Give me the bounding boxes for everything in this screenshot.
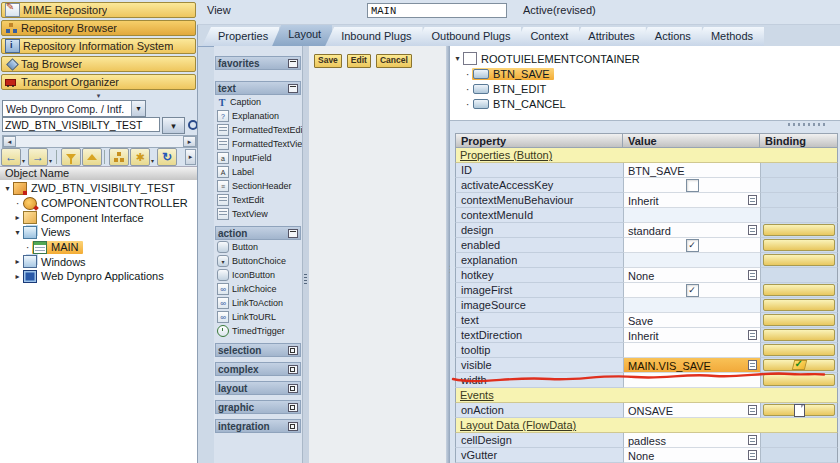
palette-item-explanation[interactable]: Explanation: [214, 109, 302, 123]
nav-button-tag-browser[interactable]: Tag Browser: [1, 56, 196, 72]
palette-section-header-text[interactable]: text: [215, 81, 301, 95]
value-list-icon[interactable]: [748, 405, 757, 415]
object-tree-row[interactable]: Views: [0, 225, 197, 240]
tab-outbound-plugs[interactable]: Outbound Plugs: [416, 27, 522, 46]
preview-save-button[interactable]: Save: [314, 54, 342, 68]
checkbox-checked[interactable]: [686, 239, 699, 252]
checkbox-unchecked[interactable]: [686, 179, 699, 192]
forward-button[interactable]: [28, 148, 48, 166]
palette-section-header-complex[interactable]: complex: [215, 362, 301, 376]
binding-button[interactable]: [763, 284, 835, 296]
palette-item-caption[interactable]: Caption: [214, 95, 302, 109]
property-value[interactable]: [623, 238, 760, 253]
value-list-icon[interactable]: [748, 195, 757, 205]
property-value[interactable]: BTN_SAVE: [623, 163, 760, 178]
palette-section-header-favorites[interactable]: favorites: [215, 56, 301, 70]
property-value[interactable]: [623, 208, 760, 223]
binding-button[interactable]: [763, 344, 835, 356]
binding-button[interactable]: [763, 374, 835, 386]
checkbox-checked[interactable]: [686, 284, 699, 297]
binding-button[interactable]: [763, 254, 835, 266]
binding-button[interactable]: [763, 359, 835, 371]
scroll-right-icon[interactable]: [183, 136, 196, 147]
scroll-left-icon[interactable]: [3, 136, 16, 147]
chevron-down-icon[interactable]: ▾: [49, 157, 54, 164]
tab-context[interactable]: Context: [514, 27, 579, 46]
preview-edit-button[interactable]: Edit: [347, 54, 371, 68]
chevron-down-icon[interactable]: ▾: [151, 157, 156, 164]
binding-button[interactable]: [763, 224, 835, 236]
star-button[interactable]: [130, 148, 150, 166]
filter-down-button[interactable]: [61, 148, 81, 166]
value-list-icon[interactable]: [748, 450, 757, 460]
property-value[interactable]: MAIN.VIS_SAVE: [623, 358, 760, 373]
tab-layout[interactable]: Layout: [272, 25, 332, 46]
property-value[interactable]: padless: [623, 433, 760, 448]
object-tree-row[interactable]: Component Interface: [0, 210, 197, 225]
nav-button-mime[interactable]: MIME Repository: [1, 2, 196, 18]
palette-item-timedtrigger[interactable]: TimedTrigger: [214, 324, 302, 338]
value-list-icon[interactable]: [748, 435, 757, 445]
property-value[interactable]: Inherit: [623, 328, 760, 343]
value-list-icon[interactable]: [748, 360, 757, 370]
node[interactable]: ZWD_BTN_VISIBILTY_TEST: [12, 182, 179, 195]
nav-button-repository-infosystem[interactable]: Repository Information System: [1, 38, 196, 54]
object-name-input[interactable]: [2, 117, 160, 132]
selected-node[interactable]: BTN_SAVE: [472, 68, 554, 80]
tab-properties[interactable]: Properties: [202, 27, 279, 46]
binding-button[interactable]: [763, 239, 835, 251]
node[interactable]: BTN_CANCEL: [472, 98, 570, 110]
property-value[interactable]: None: [623, 268, 760, 283]
property-value[interactable]: [623, 178, 760, 193]
binding-button[interactable]: [763, 404, 835, 416]
sidebar-collapse-handle[interactable]: ▾: [0, 92, 197, 100]
property-value[interactable]: [623, 373, 760, 388]
restore-icon[interactable]: [288, 422, 298, 431]
nav-button-transport-organizer[interactable]: Transport Organizer: [1, 74, 196, 90]
property-value[interactable]: None: [623, 448, 760, 463]
hierarchy-button[interactable]: [109, 148, 129, 166]
ui-element-tree-row[interactable]: ROOTUIELEMENTCONTAINER: [450, 51, 840, 66]
nav-button-repository-browser[interactable]: Repository Browser: [1, 20, 196, 36]
filter-up-button[interactable]: [82, 148, 102, 166]
chevron-down-icon[interactable]: [131, 101, 145, 116]
palette-scrollbar[interactable]: [302, 46, 309, 463]
node[interactable]: COMPONENTCONTROLLER: [22, 197, 192, 210]
restore-icon[interactable]: [288, 403, 298, 412]
workbench-selector[interactable]: Web Dynpro Comp. / Intf.: [2, 100, 146, 117]
restore-icon[interactable]: [288, 384, 298, 393]
property-value[interactable]: Save: [623, 313, 760, 328]
sidebar-horizontal-scrollbar[interactable]: [2, 135, 197, 148]
object-tree-row[interactable]: Windows: [0, 254, 197, 269]
binding-button[interactable]: [763, 299, 835, 311]
ui-element-tree-row[interactable]: BTN_EDIT: [450, 81, 840, 96]
resize-grip[interactable]: [788, 123, 828, 126]
node[interactable]: BTN_EDIT: [472, 83, 550, 95]
collapse-icon[interactable]: [453, 54, 462, 63]
restore-icon[interactable]: [288, 365, 298, 374]
minimize-icon[interactable]: [288, 59, 298, 68]
palette-item-label[interactable]: Label: [214, 165, 302, 179]
node[interactable]: Web Dynpro Applications: [22, 270, 168, 283]
ui-element-tree-row[interactable]: BTN_SAVE: [450, 66, 840, 81]
tab-inbound-plugs[interactable]: Inbound Plugs: [325, 27, 422, 46]
tab-attributes[interactable]: Attributes: [572, 27, 645, 46]
property-value[interactable]: [623, 343, 760, 358]
display-glasses-icon[interactable]: [188, 119, 198, 129]
palette-section-header-selection[interactable]: selection: [215, 343, 301, 357]
palette-item-textview[interactable]: TextView: [214, 207, 302, 221]
preview-cancel-button[interactable]: Cancel: [376, 54, 412, 68]
palette-item-iconbutton[interactable]: IconButton: [214, 268, 302, 282]
palette-item-sectionheader[interactable]: SectionHeader: [214, 179, 302, 193]
property-value[interactable]: [623, 253, 760, 268]
expand-icon[interactable]: [13, 272, 22, 281]
object-tree-row[interactable]: COMPONENTCONTROLLER: [0, 196, 197, 211]
binding-button[interactable]: [763, 314, 835, 326]
palette-item-formattedtextview[interactable]: FormattedTextView: [214, 137, 302, 151]
palette-section-header-action[interactable]: action: [215, 226, 301, 240]
object-tree-row[interactable]: ZWD_BTN_VISIBILTY_TEST: [0, 181, 197, 196]
palette-item-textedit[interactable]: TextEdit: [214, 193, 302, 207]
property-value[interactable]: [623, 283, 760, 298]
object-name-dropdown-button[interactable]: [162, 117, 185, 134]
collapse-icon[interactable]: [3, 184, 12, 193]
